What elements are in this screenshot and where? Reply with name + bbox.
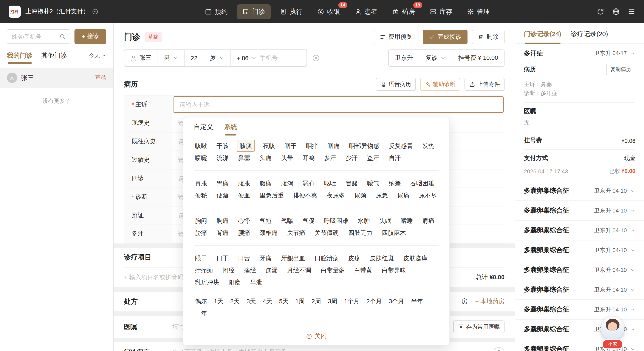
symptom-option[interactable]: 自汗	[388, 152, 402, 164]
symptom-option[interactable]: 便秘	[194, 189, 208, 201]
duration-option[interactable]: 半年	[410, 295, 424, 307]
upload-attachment-button[interactable]: 上传附件	[464, 78, 504, 91]
symptom-option[interactable]: 气喘	[280, 215, 294, 227]
symptom-option[interactable]: 乳房肿块	[194, 276, 220, 288]
symptom-option[interactable]: 咳嗽	[194, 140, 208, 152]
symptom-option[interactable]: 闭经	[221, 264, 236, 276]
symptom-option[interactable]: 气促	[301, 215, 316, 227]
age-field[interactable]: 22	[185, 50, 204, 66]
patient-name-field[interactable]: 张三	[124, 50, 158, 66]
duration-option[interactable]: 2个月	[365, 295, 383, 307]
symptom-option[interactable]: 腹痛	[258, 177, 273, 189]
duration-option[interactable]: 1个月	[343, 295, 361, 307]
symptom-option[interactable]: 喷嚏	[194, 152, 208, 164]
doctor-select[interactable]: 卫东升	[389, 50, 420, 66]
symptom-option[interactable]: 四肢麻木	[380, 227, 407, 239]
record-collapsed[interactable]: 多囊卵巢综合征 卫东升 04-10	[515, 240, 644, 260]
copy-record-button[interactable]: 复制病历	[606, 64, 636, 75]
nav-item-cashier[interactable]: 收银 14	[312, 4, 346, 19]
symptom-option[interactable]: 皮肤瘙痒	[402, 252, 429, 264]
finish-visit-button[interactable]: 完成接诊	[423, 30, 468, 44]
duration-option[interactable]: 1天	[213, 295, 225, 307]
symptom-option[interactable]: 胸痛	[215, 215, 230, 227]
symptom-option[interactable]: 尿频	[353, 189, 368, 201]
symptom-option[interactable]: 咽干	[283, 140, 298, 152]
symptom-option[interactable]: 胁痛	[194, 227, 208, 239]
clear-patient-icon[interactable]	[312, 54, 320, 62]
search-input[interactable]	[12, 33, 60, 40]
symptom-option[interactable]: 呼吸困难	[323, 215, 350, 227]
symptom-option[interactable]: 皮疹	[347, 252, 362, 264]
symptom-option[interactable]: 牙龈出血	[280, 252, 306, 264]
phone-field[interactable]: + 86 手机号	[230, 50, 306, 66]
symptom-option[interactable]: 皮肤红斑	[368, 252, 395, 264]
fee-preview-button[interactable]: 费用预览	[374, 30, 418, 44]
symptom-option[interactable]: 便血	[237, 189, 252, 201]
symptom-option[interactable]: 夜咳	[262, 140, 276, 152]
symptom-option[interactable]: 气短	[258, 215, 273, 227]
symptom-option[interactable]: 尿不尽	[418, 189, 438, 201]
age-unit-select[interactable]: 岁	[204, 50, 230, 66]
voice-record-button[interactable]: 语音病历	[376, 78, 416, 91]
record-collapsed[interactable]: 多囊卵巢综合征 卫东升 04-10	[515, 181, 644, 201]
assistant-avatar[interactable]	[601, 317, 624, 340]
symptom-option[interactable]: 背痛	[215, 227, 230, 239]
symptom-option[interactable]: 便溏	[215, 189, 230, 201]
nav-item-execute[interactable]: 执行	[274, 4, 308, 19]
tab-outpatient-records[interactable]: 门诊记录(24)	[524, 30, 561, 43]
symptom-option[interactable]: 鼻塞	[237, 152, 252, 164]
symptom-option[interactable]: 月经不调	[286, 264, 312, 276]
tab-treatment-records[interactable]: 诊疗记录(20)	[570, 30, 608, 43]
gender-select[interactable]: 男	[158, 50, 185, 66]
popup-close-button[interactable]: 关闭	[184, 327, 450, 345]
symptom-option[interactable]: 关节僵硬	[314, 227, 340, 239]
tab-other-clinic[interactable]: 其他门诊	[41, 52, 67, 64]
save-common-advice-button[interactable]: 存为常用医嘱	[453, 321, 504, 333]
symptom-option[interactable]: 耳鸣	[301, 152, 316, 164]
symptom-option[interactable]: 颈椎痛	[258, 227, 279, 239]
symptom-option[interactable]: 疔疖痈	[194, 264, 214, 276]
symptom-option[interactable]: 白带黄	[353, 264, 374, 276]
symptom-option[interactable]: 咽痛	[326, 140, 341, 152]
duration-option[interactable]: 偶尔	[194, 295, 208, 307]
duration-option[interactable]: 3周	[326, 295, 338, 307]
nav-item-inventory[interactable]: 库存	[424, 4, 458, 19]
date-filter[interactable]: 今天	[89, 52, 106, 64]
symptom-option[interactable]: 尿急	[374, 189, 389, 201]
refresh-icon[interactable]	[597, 8, 604, 15]
local-pharmacy-link[interactable]: + 本地药房	[475, 298, 504, 305]
duration-option[interactable]: 3个月	[388, 295, 406, 307]
search-icon[interactable]	[60, 33, 66, 39]
symptom-option[interactable]: 早泄	[249, 276, 264, 288]
symptom-option[interactable]: 四肢无力	[347, 227, 374, 239]
symptom-option[interactable]: 尿痛	[396, 189, 411, 201]
symptom-option[interactable]: 纳差	[388, 177, 402, 189]
registration-fee[interactable]: 挂号费 ¥ 10.00	[452, 50, 504, 66]
symptom-option[interactable]: 咽部异物感	[348, 140, 380, 152]
nav-item-pharmacy[interactable]: 药房 19	[386, 4, 420, 19]
tab-my-clinic[interactable]: 我的门诊	[7, 52, 33, 64]
symptom-option[interactable]: 白带量多	[320, 264, 346, 276]
symptom-option[interactable]: 失眠	[378, 215, 392, 227]
duration-option[interactable]: 1周	[294, 295, 306, 307]
symptom-option[interactable]: 口腔溃疡	[314, 252, 340, 264]
symptom-option[interactable]: 嗜睡	[400, 215, 414, 227]
duration-option[interactable]: 5天	[278, 295, 290, 307]
record-collapsed[interactable]: 多囊卵巢综合征 卫东升 04-10	[515, 201, 644, 221]
receive-patient-button[interactable]: + 接诊	[74, 29, 106, 44]
duration-option[interactable]: 一年	[194, 307, 208, 319]
symptom-option[interactable]: 嗳气	[366, 177, 380, 189]
symptom-option[interactable]: 咳痰	[237, 140, 255, 152]
symptom-option[interactable]: 发热	[421, 140, 436, 152]
symptom-option[interactable]: 心悸	[237, 215, 252, 227]
symptom-option[interactable]: 水肿	[356, 215, 371, 227]
record-header[interactable]: 多汗症 卫东升 04-17	[524, 44, 636, 63]
symptom-option[interactable]: 口干	[215, 252, 230, 264]
symptom-option[interactable]: 盗汗	[366, 152, 380, 164]
symptom-option[interactable]: 胃胀	[194, 177, 208, 189]
symptom-option[interactable]: 口苦	[237, 252, 252, 264]
symptom-option[interactable]: 排便不爽	[292, 189, 318, 201]
menu-icon[interactable]	[628, 8, 636, 15]
symptom-option[interactable]: 腰痛	[237, 227, 252, 239]
form-input[interactable]	[173, 96, 504, 113]
